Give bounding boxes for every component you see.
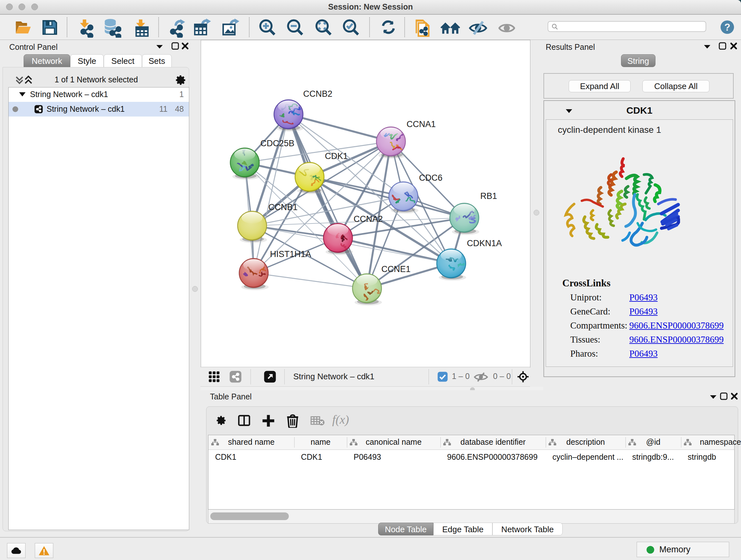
svg-text:?: ? (724, 22, 731, 33)
svg-text:CCNB1: CCNB1 (268, 202, 298, 212)
svg-text:CDKN1A: CDKN1A (467, 239, 502, 248)
svg-text:HIST1H1A: HIST1H1A (270, 249, 311, 259)
svg-text:CCNE1: CCNE1 (381, 264, 411, 274)
svg-text:CCNA1: CCNA1 (407, 119, 436, 129)
svg-text:CDK1: CDK1 (325, 151, 348, 161)
svg-text:CDC25B: CDC25B (260, 138, 294, 148)
svg-text:CDC6: CDC6 (419, 173, 443, 183)
svg-text:RB1: RB1 (480, 191, 497, 201)
svg-text:CCNA2: CCNA2 (354, 214, 383, 224)
svg-text:CCNB2: CCNB2 (303, 89, 333, 99)
